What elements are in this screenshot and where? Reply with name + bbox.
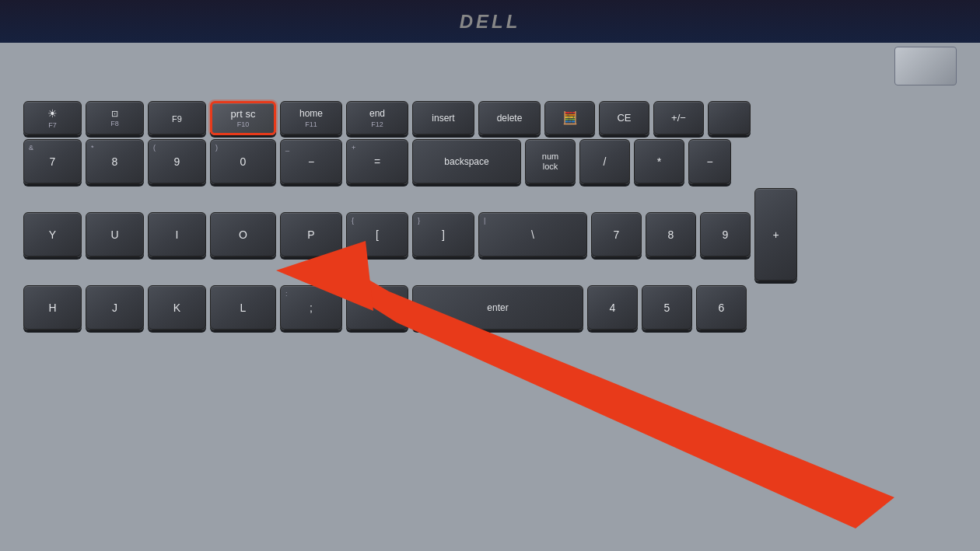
laptop-body: DELL ☀ F7 ⊡ F8 F9 prt sc F10 home [0,0,980,551]
key-prtsc[interactable]: prt sc F10 [210,101,276,135]
key-y[interactable]: Y [23,212,82,257]
key-num5[interactable]: 5 [642,285,692,330]
key-plus-equals[interactable]: + = [346,139,408,184]
key-paren0[interactable]: ) 0 [210,139,276,184]
key-l[interactable]: L [210,285,276,330]
num-key-row: & 7 * 8 ( 9 ) 0 _ − + = [23,139,972,184]
key-numlock[interactable]: numlock [525,139,576,184]
key-k[interactable]: K [148,285,206,330]
key-num9[interactable]: 9 [700,212,751,257]
screen-bar: DELL [0,0,980,43]
key-insert[interactable]: insert [412,101,474,135]
key-underscore[interactable]: _ − [280,139,342,184]
key-numminus[interactable]: − [688,139,731,184]
key-end[interactable]: end F12 [346,101,408,135]
key-backspace[interactable]: backspace [412,139,521,184]
key-brace1[interactable]: { [ [346,212,408,257]
hjkl-row: H J K L : ; " ' enter 4 [23,285,972,330]
key-home[interactable]: home F11 [280,101,342,135]
key-num8[interactable]: 8 [646,212,696,257]
key-f9[interactable]: F9 [148,101,206,135]
key-h[interactable]: H [23,285,82,330]
key-j[interactable]: J [86,285,144,330]
key-numslash[interactable]: / [579,139,630,184]
key-num4[interactable]: 4 [587,285,638,330]
keyboard-area: ☀ F7 ⊡ F8 F9 prt sc F10 home F11 end F [0,93,980,551]
key-p[interactable]: P [280,212,342,257]
key-paren9[interactable]: ( 9 [148,139,206,184]
key-star8[interactable]: * 8 [86,139,144,184]
key-extra1[interactable] [708,101,751,135]
key-f7[interactable]: ☀ F7 [23,101,82,135]
key-num7[interactable]: 7 [591,212,642,257]
key-u[interactable]: U [86,212,144,257]
fn-key-row: ☀ F7 ⊡ F8 F9 prt sc F10 home F11 end F [23,101,972,135]
key-quote[interactable]: " ' [346,285,408,330]
key-calc[interactable]: 🧮 [544,101,595,135]
yuiop-row: Y U I O P { [ } ] | [23,188,972,281]
key-plusminus[interactable]: +/− [653,101,704,135]
key-colon[interactable]: : ; [280,285,342,330]
key-f8[interactable]: ⊡ F8 [86,101,144,135]
key-enter[interactable]: enter [412,285,583,330]
key-num6[interactable]: 6 [696,285,747,330]
power-button-area [894,47,957,85]
key-numplus[interactable]: + [754,188,797,281]
key-amp7[interactable]: & 7 [23,139,82,184]
key-ce[interactable]: CE [599,101,649,135]
dell-logo: DELL [460,11,521,33]
key-i[interactable]: I [148,212,206,257]
key-pipe[interactable]: | \ [478,212,587,257]
key-brace2[interactable]: } ] [412,212,474,257]
key-numstar[interactable]: * [634,139,684,184]
key-o[interactable]: O [210,212,276,257]
key-delete[interactable]: delete [478,101,541,135]
